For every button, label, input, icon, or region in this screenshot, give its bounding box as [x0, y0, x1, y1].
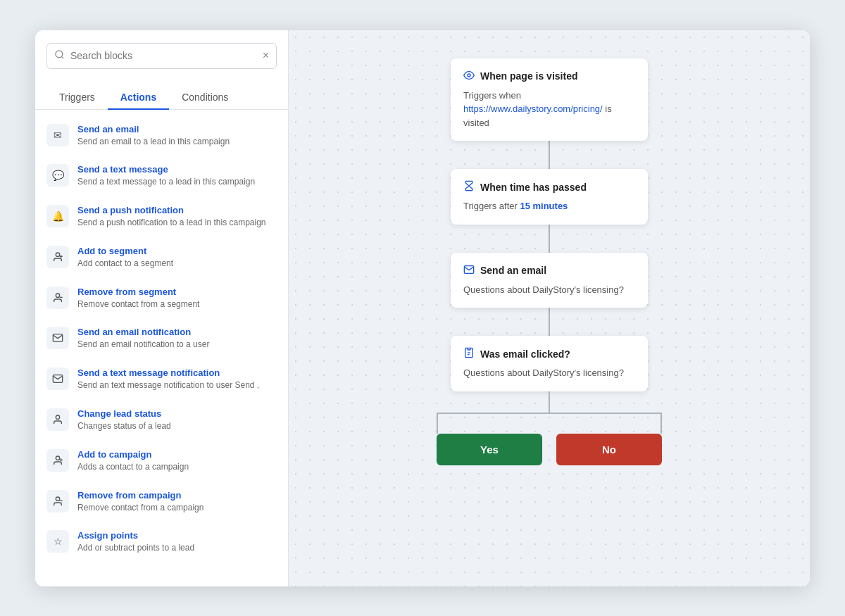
- add-campaign-icon: [46, 449, 69, 472]
- remove-campaign-icon: [46, 490, 69, 513]
- block-text-notification[interactable]: Send a text message notification Send an…: [35, 359, 288, 400]
- chat-icon: 💬: [46, 164, 69, 187]
- clipboard-icon: [463, 347, 475, 360]
- star-icon: ☆: [46, 530, 69, 553]
- block-title: Send an email notification: [77, 327, 277, 337]
- block-title: Send a text message notification: [77, 367, 277, 378]
- block-title: Send a push notification: [77, 205, 277, 215]
- card-title: Send an email: [480, 265, 546, 276]
- card-body: Triggers after 15 minutes: [463, 199, 635, 213]
- block-title: Send an email: [77, 124, 277, 134]
- no-button[interactable]: No: [556, 434, 662, 465]
- svg-point-0: [56, 50, 63, 57]
- lead-status-icon: [46, 408, 69, 431]
- block-change-lead[interactable]: Change lead status Changes status of a l…: [35, 400, 288, 441]
- block-add-segment[interactable]: Add to segment Add contact to a segment: [35, 237, 288, 278]
- branch-top-line: [549, 391, 550, 413]
- tab-triggers[interactable]: Triggers: [46, 86, 108, 110]
- bell-icon: 🔔: [46, 205, 69, 227]
- branch-horizontal: [437, 413, 662, 414]
- block-title: Remove from segment: [77, 287, 277, 297]
- card-title: When time has passed: [480, 182, 587, 193]
- sidebar: × Triggers Actions Conditions ✉ Send an …: [35, 30, 289, 586]
- block-remove-segment[interactable]: Remove from segment Remove contact from …: [35, 278, 288, 319]
- block-add-campaign[interactable]: Add to campaign Adds a contact to a camp…: [35, 441, 288, 482]
- block-push-notification[interactable]: 🔔 Send a push notification Send a push n…: [35, 196, 288, 237]
- svg-rect-14: [468, 348, 470, 350]
- block-title: Send a text message: [77, 164, 277, 175]
- yes-button[interactable]: Yes: [437, 434, 542, 465]
- flow-container: When page is visited Triggers when https…: [430, 58, 669, 465]
- block-title: Add to segment: [77, 246, 277, 256]
- block-title: Remove from campaign: [77, 490, 277, 501]
- block-desc: Changes status of a lead: [77, 420, 277, 432]
- tabs: Triggers Actions Conditions: [35, 76, 288, 110]
- block-title: Assign points: [77, 530, 277, 541]
- card-was-email-clicked[interactable]: Was email clicked? Questions about Daily…: [451, 336, 648, 391]
- block-desc: Send a text message to a lead in this ca…: [77, 176, 277, 188]
- svg-point-2: [56, 253, 59, 256]
- block-remove-campaign[interactable]: Remove from campaign Remove contact from…: [35, 482, 288, 522]
- text-notif-icon: [46, 367, 69, 390]
- block-desc: Remove contact from a segment: [77, 298, 277, 310]
- app-container: × Triggers Actions Conditions ✉ Send an …: [35, 30, 810, 586]
- email-notif-icon: [46, 327, 69, 349]
- block-desc: Add contact to a segment: [77, 258, 277, 270]
- tab-actions[interactable]: Actions: [108, 86, 169, 110]
- svg-point-7: [56, 415, 59, 419]
- block-title: Add to campaign: [77, 449, 277, 460]
- card-when-page-visited[interactable]: When page is visited Triggers when https…: [451, 58, 648, 142]
- tab-conditions[interactable]: Conditions: [169, 86, 241, 110]
- block-desc: Send a push notification to a lead in th…: [77, 217, 277, 229]
- block-desc: Remove contact from a campaign: [77, 502, 277, 514]
- search-icon: [54, 49, 65, 63]
- person-remove-icon: [46, 287, 69, 309]
- email-icon: ✉: [46, 124, 69, 146]
- svg-point-5: [56, 294, 59, 297]
- card-body: Triggers when https://www.dailystory.com…: [463, 89, 635, 130]
- branch-section: Yes No: [430, 391, 669, 465]
- block-desc: Adds a contact to a campaign: [77, 461, 277, 473]
- person-add-icon: [46, 246, 69, 268]
- connector-line: [549, 308, 550, 336]
- block-desc: Send an text message notification to use…: [77, 379, 277, 391]
- block-send-email[interactable]: ✉ Send an email Send an email to a lead …: [35, 115, 288, 156]
- block-desc: Send an email to a lead in this campaign: [77, 136, 277, 148]
- svg-line-1: [61, 56, 63, 58]
- block-send-text[interactable]: 💬 Send a text message Send a text messag…: [35, 156, 288, 196]
- branch-right-line: [661, 413, 662, 434]
- eye-icon: [463, 70, 475, 83]
- hourglass-icon: [463, 180, 475, 194]
- block-desc: Send an email notification to a user: [77, 339, 277, 351]
- card-title: When page is visited: [480, 70, 577, 82]
- connector-line: [549, 141, 550, 169]
- card-title: Was email clicked?: [480, 348, 570, 360]
- block-desc: Add or subtract points to a lead: [77, 542, 277, 554]
- connector-line: [549, 225, 550, 253]
- card-body: Questions about DailyStory's licensing?: [463, 366, 635, 380]
- block-assign-points[interactable]: ☆ Assign points Add or subtract points t…: [35, 522, 288, 562]
- card-send-email[interactable]: Send an email Questions about DailyStory…: [451, 253, 648, 308]
- block-title: Change lead status: [77, 408, 277, 419]
- search-area: ×: [35, 30, 288, 69]
- blocks-list: ✉ Send an email Send an email to a lead …: [35, 110, 288, 586]
- search-input[interactable]: [70, 50, 257, 61]
- branch-buttons: Yes No: [437, 434, 662, 465]
- svg-point-11: [56, 497, 59, 501]
- search-box: ×: [46, 43, 277, 69]
- branch-left-line: [437, 413, 438, 434]
- canvas: When page is visited Triggers when https…: [289, 30, 810, 586]
- card-when-time-passed[interactable]: When time has passed Triggers after 15 m…: [451, 169, 648, 225]
- svg-point-8: [56, 456, 59, 460]
- card-body: Questions about DailyStory's licensing?: [463, 283, 635, 297]
- close-icon[interactable]: ×: [263, 50, 269, 61]
- block-email-notification[interactable]: Send an email notification Send an email…: [35, 318, 288, 359]
- envelope-icon: [463, 264, 475, 277]
- svg-point-13: [468, 74, 470, 77]
